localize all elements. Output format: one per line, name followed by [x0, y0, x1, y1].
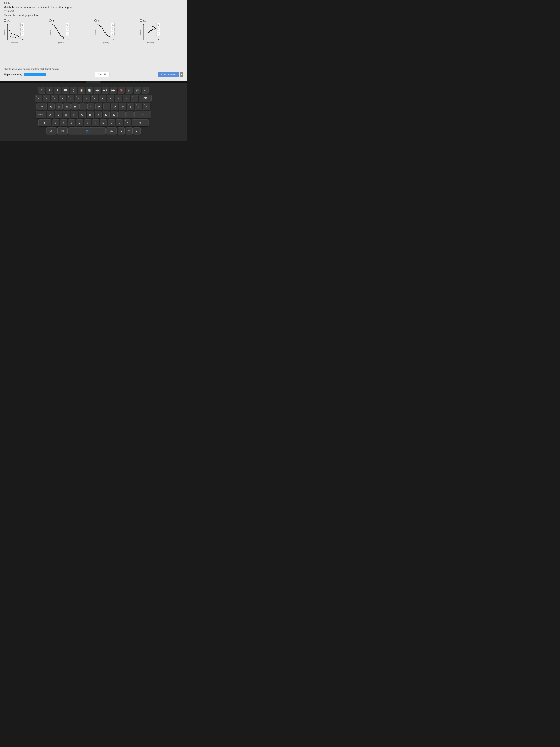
key-equals[interactable]: +=	[131, 95, 138, 102]
key-shift-left[interactable]: ⇧	[38, 119, 51, 126]
key-7[interactable]: &7	[91, 95, 98, 102]
zoom-in-c[interactable]: 🔍	[111, 23, 115, 27]
key-t[interactable]: T	[79, 103, 86, 110]
key-minus[interactable]: _-	[123, 95, 130, 102]
key-semicolon[interactable]: :;	[118, 111, 126, 118]
key-s[interactable]: S	[55, 111, 62, 118]
external-d[interactable]: ↗	[156, 32, 160, 36]
key-fastforward[interactable]: ▶▶	[110, 87, 117, 94]
key-period[interactable]: >.	[116, 119, 123, 126]
collapse-button[interactable]: ◀	[180, 72, 183, 77]
key-rewind[interactable]: ◀◀	[94, 87, 101, 94]
key-escape[interactable]: 0	[38, 87, 45, 94]
key-f[interactable]: F	[71, 111, 78, 118]
key-brightness-low[interactable]: ✳	[46, 87, 53, 94]
key-rbracket[interactable]: }]	[135, 103, 142, 110]
key-9[interactable]: (9	[107, 95, 114, 102]
external-b[interactable]: ↗	[66, 32, 70, 36]
zoom-out-c[interactable]: 🔍	[111, 28, 115, 31]
key-vol-up[interactable]: 🔊	[134, 87, 141, 94]
radio-c[interactable]	[94, 19, 97, 22]
key-shift-right[interactable]: ⇧	[132, 119, 149, 126]
zoom-in-d[interactable]: 🔍	[156, 23, 160, 27]
key-capslock[interactable]: CAPS	[36, 111, 46, 118]
option-a[interactable]: A. Explanatory Response	[4, 19, 47, 49]
key-4[interactable]: $4	[67, 95, 74, 102]
svg-text:Explanatory: Explanatory	[102, 42, 109, 44]
external-c[interactable]: ↗	[111, 32, 115, 36]
zoom-out-b[interactable]: 🔍	[66, 28, 70, 31]
key-backspace[interactable]: ⌫	[139, 95, 152, 102]
zoom-in-b[interactable]: 🔍	[66, 23, 70, 27]
key-command-right[interactable]: retur	[106, 127, 117, 134]
key-b[interactable]: B	[84, 119, 91, 126]
key-v[interactable]: V	[76, 119, 83, 126]
key-n[interactable]: N	[92, 119, 99, 126]
key-fn[interactable]: alt	[46, 127, 56, 134]
key-notes[interactable]: 📋	[78, 87, 85, 94]
key-k[interactable]: K	[103, 111, 110, 118]
key-i[interactable]: I	[103, 103, 110, 110]
key-keyboard[interactable]: ⌨	[62, 87, 69, 94]
key-space[interactable]: 🌐	[69, 127, 106, 134]
option-a-label: A.	[7, 19, 10, 22]
radio-d[interactable]	[140, 19, 142, 22]
key-power[interactable]: ⏻	[142, 87, 149, 94]
key-a[interactable]: A	[47, 111, 54, 118]
key-e[interactable]: E	[63, 103, 71, 110]
key-2[interactable]: @2	[51, 95, 58, 102]
radio-a[interactable]	[4, 19, 6, 22]
key-1[interactable]: !1	[43, 95, 50, 102]
key-quote[interactable]: "'	[127, 111, 134, 118]
key-left[interactable]: ◄	[117, 127, 125, 134]
option-b[interactable]: B. Explanatory Response	[49, 19, 92, 49]
external-a[interactable]: ↗	[20, 32, 24, 36]
key-tilde[interactable]: ~-	[35, 95, 42, 102]
key-d[interactable]: D	[63, 111, 70, 118]
radio-b[interactable]	[49, 19, 52, 22]
key-y[interactable]: Y	[87, 103, 95, 110]
key-command-left[interactable]: ⌘	[57, 127, 68, 134]
svg-point-22	[55, 27, 56, 28]
key-c[interactable]: C	[68, 119, 75, 126]
key-comma[interactable]: <,	[108, 119, 115, 126]
key-h[interactable]: H	[87, 111, 94, 118]
key-m[interactable]: M	[100, 119, 107, 126]
clear-all-button[interactable]: Clear All	[95, 72, 109, 77]
key-right[interactable]: ►	[134, 127, 140, 134]
key-tab[interactable]: ⇥	[36, 103, 47, 110]
key-q[interactable]: Q	[48, 103, 55, 110]
key-enter[interactable]: ↵	[134, 111, 151, 118]
key-r[interactable]: R	[72, 103, 79, 110]
key-l[interactable]: L	[111, 111, 117, 118]
key-list[interactable]: 📑	[86, 87, 93, 94]
key-slash[interactable]: ?/	[124, 119, 131, 126]
key-backslash[interactable]: |\	[143, 103, 150, 110]
key-z[interactable]: Z	[52, 119, 59, 126]
key-vol-down[interactable]: 🔉	[126, 87, 133, 94]
key-playpause[interactable]: ▶⏸	[102, 87, 109, 94]
key-lbracket[interactable]: {[	[127, 103, 134, 110]
key-g[interactable]: G	[79, 111, 86, 118]
key-3[interactable]: #3	[59, 95, 66, 102]
option-d[interactable]: D. Explanatory Response	[140, 19, 183, 49]
key-down[interactable]: ▼	[126, 127, 133, 134]
key-o[interactable]: O	[111, 103, 118, 110]
key-u[interactable]: U	[96, 103, 102, 110]
key-w[interactable]: W	[56, 103, 62, 110]
key-5[interactable]: %5	[75, 95, 82, 102]
zoom-in-a[interactable]: 🔍	[20, 23, 24, 27]
key-0[interactable]: )0	[115, 95, 122, 102]
key-8[interactable]: *8	[99, 95, 106, 102]
key-j[interactable]: J	[95, 111, 102, 118]
key-x[interactable]: X	[60, 119, 67, 126]
zoom-out-a[interactable]: 🔍	[20, 28, 24, 31]
option-c[interactable]: C. Explanatory Response	[94, 19, 138, 49]
key-mute[interactable]: 🔇	[118, 87, 125, 94]
key-6[interactable]: ^6	[83, 95, 90, 102]
zoom-out-d[interactable]: 🔍	[156, 28, 160, 31]
key-p[interactable]: P	[119, 103, 126, 110]
key-search[interactable]: Q	[70, 87, 77, 94]
key-brightness-high[interactable]: ✳	[54, 87, 61, 94]
check-answer-button[interactable]: Check Answer	[158, 72, 179, 77]
